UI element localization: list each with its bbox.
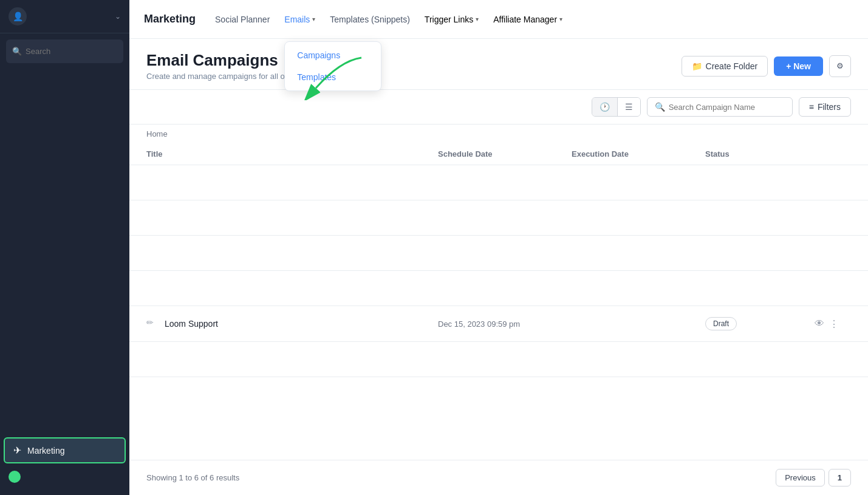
nav-templates-snippets[interactable]: Templates (Snippets) [330,12,410,27]
chevron-down-icon: ⌄ [115,12,121,21]
filters-button[interactable]: ≡ Filters [799,97,851,117]
brand-label: Marketing [144,13,196,26]
header-status: Status [705,149,815,159]
table-footer: Showing 1 to 6 of 6 results Previous 1 [129,460,868,495]
page-1-button[interactable]: 1 [829,469,851,486]
page-header-actions: 📁 Create Folder + New ⚙ [682,55,851,77]
nav-affiliate-manager-label: Affiliate Manager [493,15,557,24]
nav-emails-dropdown[interactable]: Emails ▾ Campaigns Templates [284,15,315,24]
view-toggle: 🕐 ☰ [592,97,641,117]
clock-icon: 🕐 [600,102,610,112]
nav-social-planner[interactable]: Social Planner [215,12,270,27]
campaign-search-box[interactable]: 🔍 [647,97,793,117]
breadcrumb-home[interactable]: Home [146,129,168,138]
more-options-icon[interactable]: ⋮ [829,318,839,330]
header-title: Title [146,149,438,159]
clock-view-button[interactable]: 🕐 [592,98,618,116]
nav-trigger-links-label: Trigger Links [425,15,473,24]
sidebar-item-marketing[interactable]: ✈ Marketing [4,437,126,463]
table-row-empty-1 [129,165,868,200]
toolbar: 🕐 ☰ 🔍 ≡ Filters [129,90,868,125]
header-execution-date: Execution Date [572,149,705,159]
chevron-down-icon: ▾ [312,16,315,22]
campaign-title[interactable]: Loom Support [165,319,218,329]
table-row-empty-3 [129,236,868,271]
table-header-row: Title Schedule Date Execution Date Statu… [129,143,868,165]
previous-button[interactable]: Previous [776,469,825,486]
pagination: Previous 1 [776,469,851,486]
sidebar: 👤 ⌄ 🔍 ⌘ K ⚡ ✈ Marketing [0,0,129,495]
sidebar-item-label: Marketing [27,446,64,456]
main-content: Marketing Social Planner Emails ▾ Campai… [129,0,868,495]
menu-item-campaigns[interactable]: Campaigns [285,44,381,66]
edit-icon: ✏ [146,318,159,330]
new-button[interactable]: + New [774,56,823,76]
gear-icon: ⚙ [836,61,844,70]
page-header: Email Campaigns Create and manage campai… [129,39,868,90]
filter-icon: ≡ [809,102,814,112]
showing-results-label: Showing 1 to 6 of 6 results [146,473,239,482]
schedule-date-cell: Dec 15, 2023 09:59 pm [438,319,572,329]
status-badge: Draft [705,317,737,330]
marketing-icon: ✈ [13,445,21,456]
header-schedule-date: Schedule Date [438,149,572,159]
sidebar-bottom [0,465,129,495]
search-icon: 🔍 [655,102,665,112]
chevron-down-icon: ▾ [476,16,479,22]
row-actions: 👁 ⋮ [815,318,851,330]
sidebar-user-section[interactable]: 👤 ⌄ [0,0,129,33]
avatar: 👤 [9,7,27,26]
breadcrumb: Home [129,125,868,143]
list-icon: ☰ [625,102,633,112]
nav-affiliate-manager-dropdown[interactable]: Affiliate Manager ▾ [493,15,562,24]
campaigns-table: Title Schedule Date Execution Date Statu… [129,143,868,460]
search-input[interactable] [26,47,128,56]
top-navigation: Marketing Social Planner Emails ▾ Campai… [129,0,868,39]
status-cell: Draft [705,317,815,330]
emails-dropdown-menu: Campaigns Templates [284,41,381,91]
table-row-empty-4 [129,271,868,306]
row-title-cell: ✏ Loom Support [146,318,438,330]
menu-item-templates[interactable]: Templates [285,66,381,88]
table-row-loom-support: ✏ Loom Support Dec 15, 2023 09:59 pm Dra… [129,306,868,342]
list-view-button[interactable]: ☰ [618,98,640,116]
create-folder-button[interactable]: 📁 Create Folder [682,56,768,77]
eye-icon[interactable]: 👁 [815,318,824,329]
settings-button[interactable]: ⚙ [829,55,851,77]
nav-emails-label: Emails [284,15,310,24]
status-dot [9,471,21,483]
search-bar[interactable]: 🔍 ⌘ K ⚡ [6,39,123,63]
table-row-empty-6 [129,342,868,377]
campaign-search-input[interactable] [669,103,785,112]
folder-icon: 📁 [692,61,702,71]
table-row-empty-2 [129,200,868,236]
search-icon: 🔍 [12,47,22,56]
chevron-down-icon: ▾ [559,16,562,22]
header-actions [815,149,851,159]
nav-trigger-links-dropdown[interactable]: Trigger Links ▾ [425,15,479,24]
